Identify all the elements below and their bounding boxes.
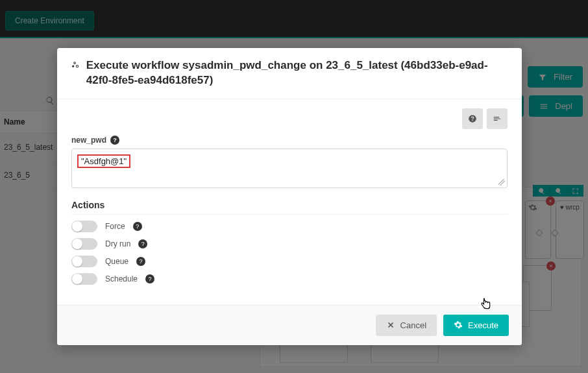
- cogs-icon: [71, 60, 80, 70]
- help-icon[interactable]: ?: [110, 136, 119, 145]
- help-icon[interactable]: ?: [145, 274, 154, 283]
- toggle-label: Queue: [105, 257, 129, 266]
- modal-body: new_pwd ? "Asdfgh@1" Actions Force ? Dry…: [57, 99, 522, 305]
- help-button[interactable]: [462, 108, 483, 129]
- new-pwd-input[interactable]: "Asdfgh@1": [71, 149, 508, 188]
- new-pwd-value: "Asdfgh@1": [77, 154, 130, 168]
- toggle-label: Schedule: [105, 274, 138, 283]
- execute-label: Execute: [468, 320, 498, 330]
- field-label-new-pwd: new_pwd ?: [71, 136, 508, 145]
- help-icon[interactable]: ?: [138, 239, 147, 248]
- cancel-label: Cancel: [400, 320, 426, 330]
- toggle-queue[interactable]: Queue ?: [71, 256, 508, 267]
- toggle-dry-run[interactable]: Dry run ?: [71, 238, 508, 250]
- modal-header: Execute workflow sysadmin_pwd_change on …: [57, 48, 522, 99]
- modal-footer: Cancel Execute: [57, 305, 522, 345]
- toggle-label: Force: [105, 222, 125, 231]
- toggle-switch[interactable]: [71, 221, 97, 232]
- execute-workflow-modal: Execute workflow sysadmin_pwd_change on …: [57, 48, 522, 345]
- cancel-button[interactable]: Cancel: [376, 315, 437, 336]
- execute-button[interactable]: Execute: [443, 315, 509, 336]
- cog-icon: [454, 320, 463, 330]
- toggle-switch[interactable]: [71, 256, 97, 267]
- toggle-switch[interactable]: [71, 273, 97, 285]
- yaml-toggle-button[interactable]: [487, 108, 508, 129]
- modal-title: Execute workflow sysadmin_pwd_change on …: [86, 58, 508, 88]
- stream-icon: [493, 114, 502, 123]
- toggle-switch[interactable]: [71, 238, 97, 250]
- help-icon[interactable]: ?: [136, 257, 145, 266]
- toggle-schedule[interactable]: Schedule ?: [71, 273, 508, 285]
- close-icon: [386, 320, 395, 330]
- help-icon[interactable]: ?: [133, 222, 142, 231]
- actions-section-title: Actions: [71, 200, 508, 215]
- question-icon: [468, 114, 477, 123]
- toggle-label: Dry run: [105, 239, 130, 248]
- toggle-force[interactable]: Force ?: [71, 221, 508, 232]
